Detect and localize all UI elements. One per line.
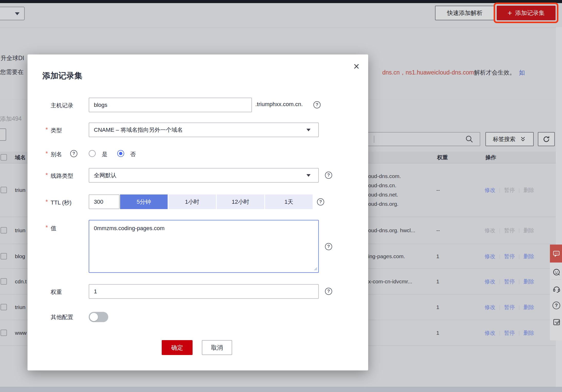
action-link[interactable]: 暂停 xyxy=(504,278,515,284)
notice-text-truncated-2: 您需要在 xyxy=(0,68,24,76)
column-header-domain: 域名 xyxy=(15,154,26,161)
search-icon[interactable] xyxy=(465,135,474,143)
action-link[interactable]: 删除 xyxy=(523,330,534,336)
tag-search-button[interactable]: 标签搜索 xyxy=(485,132,534,146)
action-separator: | xyxy=(518,304,520,310)
host-record-input[interactable] xyxy=(89,98,252,112)
other-config-label: 其他配置 xyxy=(51,313,73,321)
chevron-down-icon xyxy=(306,174,311,177)
action-link[interactable]: 删除 xyxy=(523,278,534,284)
type-label: 类型 xyxy=(51,127,62,134)
feedback-chat-button[interactable] xyxy=(550,245,562,263)
ttl-preset-button[interactable]: 1天 xyxy=(265,194,313,209)
weight-label: 权重 xyxy=(51,288,62,296)
ttl-preset-group: 5分钟1小时12小时1天 xyxy=(120,194,313,209)
satisfaction-survey-icon[interactable] xyxy=(552,268,561,276)
type-select[interactable]: CNAME – 将域名指向另外一个域名 xyxy=(89,123,319,137)
action-link: 暂停 xyxy=(504,227,515,233)
action-link: 暂停 xyxy=(504,187,515,193)
cell-actions: 修改|暂停|删除 xyxy=(485,278,534,285)
action-link[interactable]: 修改 xyxy=(485,278,495,284)
cell-domain: www xyxy=(15,330,27,336)
cell-weight: 1 xyxy=(436,330,439,336)
cell-domain: blog xyxy=(15,253,25,259)
action-separator: | xyxy=(499,227,500,233)
resize-grip-icon[interactable] xyxy=(313,267,318,271)
screen: 快速添加解析 + 添加记录集 升全球DI 您需要在 dns.cn，ns1.hua… xyxy=(0,0,562,392)
cell-value: x-com-cn-idvcmr... xyxy=(368,269,412,294)
required-marker: * xyxy=(46,126,48,133)
action-link[interactable]: 修改 xyxy=(485,330,495,336)
line-type-help-icon[interactable]: ? xyxy=(325,172,332,179)
other-config-toggle[interactable] xyxy=(89,312,108,322)
column-header-weight: 权重 xyxy=(437,154,448,161)
alias-radio-yes[interactable] xyxy=(89,150,96,157)
row-checkbox[interactable] xyxy=(1,187,7,193)
text-cursor xyxy=(374,136,374,143)
notice-text-truncated-1: 升全球DI xyxy=(1,54,24,62)
weight-help-icon[interactable]: ? xyxy=(325,288,332,295)
cell-domain: cdn.t xyxy=(15,278,27,285)
help-icon[interactable]: ? xyxy=(552,302,560,309)
alias-radio-no[interactable] xyxy=(117,150,124,157)
cell-weight: 1 xyxy=(436,278,439,285)
alias-label: 别名 xyxy=(51,151,62,158)
cancel-button[interactable]: 取消 xyxy=(202,340,232,355)
record-search-input[interactable] xyxy=(359,132,480,146)
weight-input[interactable] xyxy=(89,284,319,299)
cell-actions: 修改|暂停|删除 xyxy=(485,227,534,234)
record-count-text: 添加494 xyxy=(0,115,22,123)
ttl-preset-button[interactable]: 12小时 xyxy=(217,194,264,209)
row-checkbox[interactable] xyxy=(1,253,7,259)
confirm-button[interactable]: 确定 xyxy=(162,340,193,355)
cell-actions: 修改|暂停|删除 xyxy=(485,304,534,311)
bottom-bar xyxy=(0,387,562,392)
ttl-help-icon[interactable]: ? xyxy=(317,198,324,206)
line-type-label: 线路类型 xyxy=(51,172,73,180)
action-link[interactable]: 修改 xyxy=(485,253,495,259)
cell-domain: triun xyxy=(15,187,25,193)
value-textarea[interactable]: 0mmzms.coding-pages.com xyxy=(89,220,319,273)
notice-suffix-text: 解析才会生效。 xyxy=(474,69,515,76)
ttl-preset-button[interactable]: 1小时 xyxy=(168,194,216,209)
support-headset-icon[interactable] xyxy=(552,285,561,293)
browser-top-bar xyxy=(0,0,562,3)
action-link[interactable]: 删除 xyxy=(523,253,534,259)
action-separator: | xyxy=(518,187,520,193)
notice-help-link[interactable]: 如 xyxy=(519,69,525,76)
action-link[interactable]: 修改 xyxy=(485,304,495,310)
action-separator: | xyxy=(499,187,500,193)
domain-switch-dropdown[interactable] xyxy=(0,7,25,20)
refresh-icon xyxy=(542,135,550,143)
host-help-icon[interactable]: ? xyxy=(313,101,321,108)
row-checkbox[interactable] xyxy=(1,227,7,234)
action-link[interactable]: 暂停 xyxy=(504,304,515,310)
action-link[interactable]: 修改 xyxy=(485,187,495,193)
ttl-preset-button[interactable]: 5分钟 xyxy=(120,194,168,209)
row-checkbox[interactable] xyxy=(1,330,7,336)
divider xyxy=(0,27,562,27)
action-link[interactable]: 删除 xyxy=(523,304,534,310)
action-link: 修改 xyxy=(485,227,495,233)
row-checkbox[interactable] xyxy=(1,304,7,310)
row-checkbox[interactable] xyxy=(1,278,7,285)
required-marker: * xyxy=(46,150,48,157)
ticket-form-icon[interactable] xyxy=(552,318,561,326)
left-truncated-button[interactable] xyxy=(0,128,6,141)
refresh-button[interactable] xyxy=(538,132,555,146)
action-link[interactable]: 暂停 xyxy=(504,253,515,259)
alias-no-label: 否 xyxy=(130,151,136,158)
close-icon[interactable]: × xyxy=(353,61,359,71)
cell-weight: -- xyxy=(436,227,440,234)
action-separator: | xyxy=(499,330,500,336)
action-link[interactable]: 暂停 xyxy=(504,330,515,336)
value-help-icon[interactable]: ? xyxy=(325,243,332,250)
quick-add-resolution-button[interactable]: 快速添加解析 xyxy=(435,6,495,20)
dialog-title: 添加记录集 xyxy=(42,70,82,81)
select-all-checkbox[interactable] xyxy=(1,154,7,161)
line-type-select[interactable]: 全网默认 xyxy=(89,168,319,183)
cell-weight: 1 xyxy=(436,304,439,310)
alias-help-icon[interactable]: ? xyxy=(70,150,77,157)
ttl-input[interactable] xyxy=(89,194,120,209)
cell-actions: 修改|暂停|删除 xyxy=(485,253,534,260)
